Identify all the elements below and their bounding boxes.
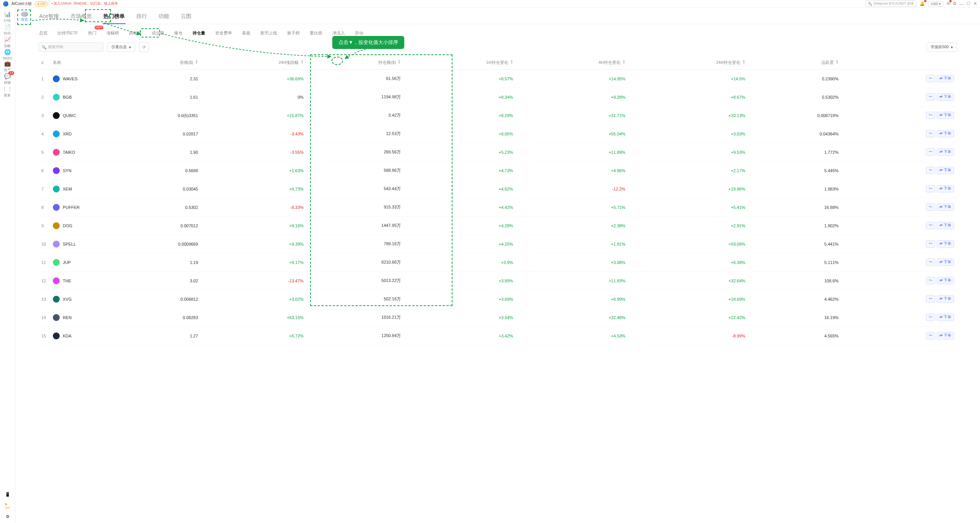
table-row[interactable]: 12 THE 3.02 -13.47% 5013.22万 +3.89% +11.… xyxy=(38,272,957,290)
order-button[interactable]: ⇄ 下单 xyxy=(937,332,954,339)
nav-tab-1[interactable]: 市场概览 xyxy=(70,11,93,24)
currency-selector[interactable]: USD ▾ xyxy=(928,1,944,7)
col-header-5[interactable]: 1H持仓变化 ▲▼ xyxy=(404,56,516,70)
sub-tab-9[interactable]: 基差 xyxy=(241,29,251,37)
sub-tab-1[interactable]: 比特币ETF xyxy=(57,29,79,37)
col-header-6[interactable]: 4H持仓变化 ▲▼ xyxy=(516,56,628,70)
table-row[interactable]: 6 SYN 0.5688 +1.63% 588.86万 +4.73% +4.86… xyxy=(38,161,957,180)
col-header-8[interactable]: 活跃度 ▲▼ xyxy=(748,56,842,70)
maximize-icon[interactable]: ☐ xyxy=(967,1,970,6)
chart-button[interactable]: 〜 xyxy=(926,222,935,229)
sub-tab-11[interactable]: 换手榜 xyxy=(286,29,301,37)
order-button[interactable]: ⇄ 下单 xyxy=(937,93,954,101)
sub-tab-4[interactable]: 跌幅榜 xyxy=(128,29,142,37)
table-row[interactable]: 1 WAVES 2.31 +36.69% 61.56万 +8.57% +14.9… xyxy=(38,70,957,88)
col-header-3[interactable]: 24H涨跌幅 ▲▼ xyxy=(201,56,307,70)
messages-icon[interactable]: ✉ xyxy=(947,1,950,6)
order-button[interactable]: ⇄ 下单 xyxy=(937,204,954,211)
nav-tab-0[interactable]: Ace智搜 xyxy=(38,11,60,24)
order-button[interactable]: ⇄ 下单 xyxy=(937,112,954,119)
sub-tab-13[interactable]: 净流入 xyxy=(332,29,346,37)
order-button[interactable]: ⇄ 下单 xyxy=(937,222,954,229)
table-row[interactable]: 3 QUBIC 0.0(5)3351 +15.87% 3.42万 +8.29% … xyxy=(38,106,957,125)
table-row[interactable]: 4 XRD 0.02817 -3.43% 12.53万 +8.05% +55.0… xyxy=(38,125,957,143)
popout-icon[interactable]: ⧉ xyxy=(953,1,956,6)
sidebar-item-策略[interactable]: 📈策略 xyxy=(3,36,12,49)
table-row[interactable]: 8 PUFFER 0.5302 -8.33% 915.33万 +4.42% +5… xyxy=(38,198,957,217)
vip-icon[interactable]: ♦VIP xyxy=(5,502,10,510)
sidebar-item-更多[interactable]: ⋮⋮更多 xyxy=(3,85,12,98)
order-button[interactable]: ⇄ 下单 xyxy=(937,314,954,321)
chart-button[interactable]: 〜 xyxy=(926,185,935,192)
table-row[interactable]: 15 KDA 1.27 +6.72% 1250.84万 +3.42% +4.53… xyxy=(38,327,957,345)
sidebar-item-快讯[interactable]: 📄快讯 xyxy=(3,23,12,36)
nav-tab-3[interactable]: 排行 xyxy=(136,11,148,24)
settings-icon[interactable]: ⚙ xyxy=(6,514,10,519)
order-button[interactable]: ⇄ 下单 xyxy=(937,167,954,174)
minimize-icon[interactable]: — xyxy=(959,2,964,6)
order-button[interactable]: ⇄ 下单 xyxy=(937,277,954,284)
chart-button[interactable]: 〜 xyxy=(926,314,935,321)
sub-tab-6[interactable]: 爆仓 xyxy=(173,29,183,37)
chart-button[interactable]: 〜 xyxy=(926,167,935,174)
filter-select[interactable]: 仅看自选▾ xyxy=(107,42,135,52)
chart-button[interactable]: 〜 xyxy=(926,93,935,101)
nav-tab-5[interactable]: 云图 xyxy=(180,11,192,24)
sub-tab-7[interactable]: 持仓量 xyxy=(192,29,206,37)
close-icon[interactable]: ✕ xyxy=(973,1,977,6)
sub-tab-12[interactable]: 量比榜 xyxy=(309,29,323,37)
table-row[interactable]: 5 TAIKO 1.90 -3.55% 269.56万 +5.23% +11.8… xyxy=(38,143,957,161)
sub-tab-0[interactable]: 总览 xyxy=(38,29,48,37)
mobile-icon[interactable]: 📱 xyxy=(5,492,10,497)
order-button[interactable]: ⇄ 下单 xyxy=(937,240,954,248)
col-header-2[interactable]: 价格($) ▲▼ xyxy=(111,56,201,70)
sidebar-item-行情[interactable]: 📊行情 xyxy=(3,11,12,23)
coin-symbol: SYN xyxy=(63,168,72,173)
home-button[interactable]: 首页 xyxy=(19,11,30,22)
toolbar: 🔍搜索币种 仅看自选▾ ⟳ 市值前500▾ xyxy=(15,41,980,56)
table-row[interactable]: 13 XVG 0.006812 +3.02% 502.16万 +3.69% +6… xyxy=(38,290,957,308)
vip-badge[interactable]: ♦ VIP xyxy=(35,1,49,7)
sub-tab-5[interactable]: 成交额 xyxy=(151,29,165,37)
chart-button[interactable]: 〜 xyxy=(926,332,935,339)
coin-search[interactable]: 🔍搜索币种 xyxy=(38,42,103,52)
chart-button[interactable]: 〜 xyxy=(926,240,935,248)
chart-button[interactable]: 〜 xyxy=(926,112,935,119)
coin-symbol: XEM xyxy=(63,187,72,191)
marketcap-filter[interactable]: 市值前500▾ xyxy=(926,42,957,52)
sub-tab-14[interactable]: 异动 xyxy=(354,29,364,37)
sub-tab-2[interactable]: 热门HOT xyxy=(87,29,97,37)
order-button[interactable]: ⇄ 下单 xyxy=(937,185,954,192)
order-button[interactable]: ⇄ 下单 xyxy=(937,148,954,156)
order-button[interactable]: ⇄ 下单 xyxy=(937,295,954,303)
table-row[interactable]: 9 DOG 0.007612 +8.16% 1447.95万 +4.28% +2… xyxy=(38,217,957,235)
order-button[interactable]: ⇄ 下单 xyxy=(937,259,954,266)
order-button[interactable]: ⇄ 下单 xyxy=(937,75,954,82)
sub-tab-10[interactable]: 新币上线 xyxy=(260,29,278,37)
table-row[interactable]: 11 JUP 1.19 +9.17% 8210.66万 +3.9% +3.08%… xyxy=(38,253,957,272)
notifications-icon[interactable]: 🔔 xyxy=(920,1,925,6)
sidebar-item-群聊[interactable]: 💬群聊15 xyxy=(3,73,12,85)
table-row[interactable]: 14 REN 0.06283 +63.15% 1016.21万 +3.54% +… xyxy=(38,308,957,327)
promo-text[interactable]: • 加入GMGN: 冲MEME、玩打新、链上跟单 xyxy=(51,1,118,6)
chart-button[interactable]: 〜 xyxy=(926,259,935,266)
sidebar-item-Web3[interactable]: 🌐Web3 xyxy=(3,49,12,60)
chart-button[interactable]: 〜 xyxy=(926,277,935,284)
chart-button[interactable]: 〜 xyxy=(926,148,935,156)
table-row[interactable]: 7 XEM 0.03045 +9.73% 543.44万 +4.62% -12.… xyxy=(38,180,957,198)
chart-button[interactable]: 〜 xyxy=(926,130,935,137)
chart-button[interactable]: 〜 xyxy=(926,75,935,82)
sub-tab-3[interactable]: 涨幅榜 xyxy=(106,29,120,37)
order-button[interactable]: ⇄ 下单 xyxy=(937,130,954,137)
col-header-4[interactable]: 持仓额($) ▲▼ xyxy=(307,56,404,70)
table-row[interactable]: 2 BGB 1.61 0% 1194.98万 +8.34% +9.28% +8.… xyxy=(38,88,957,106)
refresh-button[interactable]: ⟳ xyxy=(139,42,149,52)
chart-button[interactable]: 〜 xyxy=(926,295,935,303)
global-search[interactable]: 🔍Deepcoin BTC/USDT 永续 xyxy=(865,0,917,7)
nav-tab-4[interactable]: 功能 xyxy=(158,11,170,24)
col-header-7[interactable]: 24H持仓变化 ▲▼ xyxy=(629,56,748,70)
chart-button[interactable]: 〜 xyxy=(926,204,935,211)
nav-tab-2[interactable]: 热门榜单 xyxy=(103,11,126,24)
sub-tab-8[interactable]: 资金费率 xyxy=(214,29,233,37)
table-row[interactable]: 10 SPELL 0.0009669 +9.39% 799.16万 +4.25%… xyxy=(38,235,957,253)
